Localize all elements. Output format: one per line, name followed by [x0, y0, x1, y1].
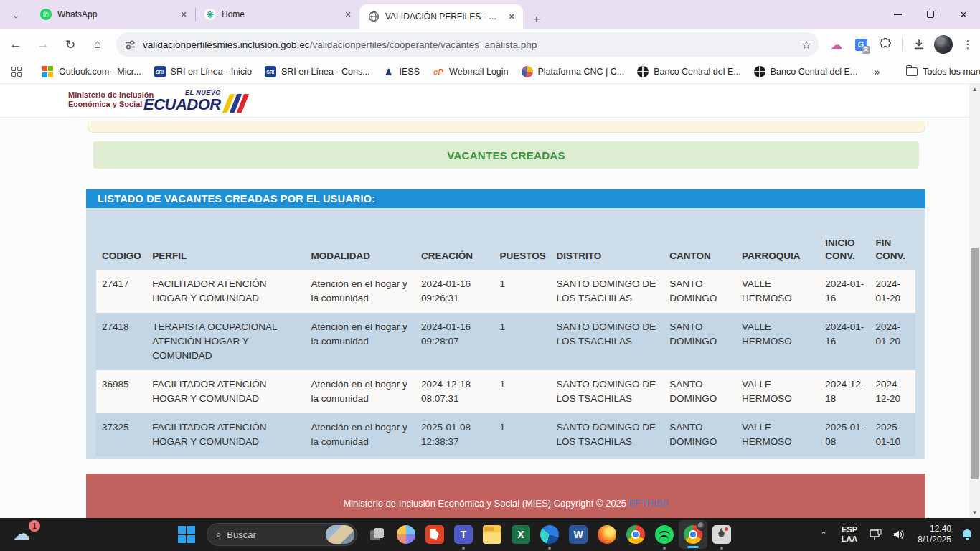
table-cell: Atención en el hogar y la comunidad: [306, 313, 415, 370]
volume-icon[interactable]: [892, 529, 905, 540]
table-cell: 27417: [96, 270, 146, 313]
url-text[interactable]: validacionperfilesmies.inclusion.gob.ec/…: [143, 39, 796, 50]
language-line1: ESP: [842, 525, 858, 534]
notification-bell-icon[interactable]: [961, 529, 973, 540]
all-bookmarks-label: Todos los marcadores: [923, 67, 980, 77]
bookmark-sri-inicio[interactable]: SRISRI en Línea - Inicio: [154, 66, 252, 77]
taskbar-taskview-button[interactable]: [363, 518, 392, 551]
table-cell: 2024-01-16: [819, 270, 870, 313]
java-app-icon: [712, 525, 731, 544]
taskbar-copilot-button[interactable]: [392, 518, 420, 551]
apps-grid-icon[interactable]: [11, 67, 22, 77]
ministry-name-line2: Económica y Social: [68, 100, 154, 109]
tray-chevron-icon[interactable]: ⌃: [820, 530, 826, 540]
network-icon[interactable]: [870, 529, 882, 540]
taskbar-java-app-button[interactable]: [707, 518, 736, 551]
table-cell: TERAPISTA OCUPACIONAL ATENCIÓN HOGAR Y C…: [146, 313, 305, 370]
scroll-down-icon[interactable]: ▼: [969, 507, 980, 518]
table-cell: SANTO DOMINGO: [664, 313, 736, 370]
language-indicator[interactable]: ESP LAA: [842, 525, 858, 544]
minimize-button[interactable]: [881, 0, 914, 29]
taskbar-search[interactable]: ⌕ Buscar: [207, 523, 357, 546]
clock-date: 8/1/2025: [918, 534, 951, 545]
reload-button[interactable]: ↻: [59, 33, 82, 56]
sri-icon: SRI: [265, 66, 276, 77]
table-cell: SANTO DOMINGO DE LOS TSACHILAS: [550, 370, 664, 413]
browser-tab-strip: ⌄ ✆ WhatsApp ✕ ❋ Home ✕ VALIDACIÓN PERFI…: [0, 0, 980, 29]
close-icon[interactable]: ✕: [506, 11, 517, 22]
toolbar-divider: [902, 38, 903, 51]
taskbar-firefox-button[interactable]: [593, 518, 621, 551]
bookmark-iess[interactable]: ♟IESS: [383, 66, 420, 77]
table-cell: 2025-01-10: [870, 413, 915, 456]
page-scrollbar[interactable]: ▲ ▼: [969, 84, 980, 518]
close-window-button[interactable]: ✕: [947, 0, 980, 29]
column-header: CREACIÓN: [415, 218, 494, 270]
taskbar-chrome-button[interactable]: [621, 518, 650, 551]
restore-icon: [927, 11, 934, 18]
taskbar-start-button[interactable]: [172, 518, 201, 551]
notification-badge: 1: [29, 520, 40, 532]
scroll-up-icon[interactable]: ▲: [969, 84, 980, 95]
translate-g-icon: G: [855, 39, 867, 51]
table-cell: SANTO DOMINGO DE LOS TSACHILAS: [550, 413, 664, 456]
bookmark-sri-consultas[interactable]: SRISRI en Línea - Cons...: [265, 66, 370, 77]
tab-search-button[interactable]: ⌄: [6, 6, 26, 24]
bookmark-label: Outlook.com - Micr...: [59, 67, 141, 77]
taskbar-clock[interactable]: 12:40 8/1/2025: [918, 524, 951, 545]
taskbar-word-button[interactable]: W: [564, 518, 593, 551]
close-icon[interactable]: ✕: [178, 9, 189, 20]
chrome-menu-icon[interactable]: ⋮: [957, 34, 979, 55]
restore-button[interactable]: [914, 0, 947, 29]
bookmark-label: Plataforma CNC | C...: [538, 67, 625, 77]
bookmarks-overflow-icon[interactable]: »: [874, 66, 880, 77]
profile-avatar[interactable]: [933, 34, 954, 55]
translate-icon[interactable]: G: [850, 34, 872, 55]
bookmark-star-icon[interactable]: ☆: [801, 38, 811, 52]
table-cell: Atención en el hogar y la comunidad: [306, 413, 415, 456]
extensions-puzzle-icon[interactable]: [875, 34, 896, 55]
column-header: DISTRITO: [550, 218, 664, 270]
tab-validacion-perfiles[interactable]: VALIDACIÓN PERFILES - MIES ✕: [359, 4, 523, 29]
site-info-icon[interactable]: [125, 39, 136, 50]
close-icon[interactable]: ✕: [342, 9, 354, 20]
all-bookmarks-button[interactable]: Todos los marcadores: [903, 67, 980, 77]
taskbar-pdf-button[interactable]: [420, 518, 449, 551]
home-button[interactable]: ⌂: [86, 33, 109, 56]
taskbar-explorer-button[interactable]: [478, 518, 507, 551]
forward-button[interactable]: →: [32, 33, 55, 56]
clock-time: 12:40: [918, 524, 951, 534]
tab-title: Home: [222, 9, 338, 19]
bookmark-label: Banco Central del E...: [654, 67, 741, 77]
bookmark-outlook[interactable]: Outlook.com - Micr...: [42, 66, 141, 77]
bookmark-banco-central-1[interactable]: Banco Central del E...: [637, 66, 741, 77]
pdf-app-icon: [425, 525, 444, 544]
tab-whatsapp[interactable]: ✆ WhatsApp ✕: [32, 0, 195, 29]
bookmark-cnc[interactable]: Plataforma CNC | C...: [522, 66, 625, 77]
globe-icon: [754, 66, 765, 77]
address-bar[interactable]: validacionperfilesmies.inclusion.gob.ec/…: [116, 32, 819, 57]
footer-text: Ministerio de Inclusión Económica y Soci…: [343, 498, 628, 509]
taskbar-weather-widget[interactable]: ☁ 1: [11, 522, 40, 547]
bookmark-label: SRI en Línea - Cons...: [281, 67, 370, 77]
taskbar-excel-button[interactable]: X: [507, 518, 535, 551]
table-cell: SANTO DOMINGO DE LOS TSACHILAS: [550, 313, 664, 370]
tab-home[interactable]: ❋ Home ✕: [196, 0, 359, 29]
table-cell: SANTO DOMINGO: [664, 370, 736, 413]
new-tab-button[interactable]: +: [527, 10, 546, 29]
back-button[interactable]: ←: [4, 33, 27, 56]
bookmark-webmail[interactable]: cPWebmail Login: [433, 66, 508, 77]
taskbar-edge-button[interactable]: [535, 518, 564, 551]
table-row: 37325FACILITADOR ATENCIÓN HOGAR Y COMUNI…: [96, 413, 915, 456]
scrollbar-thumb[interactable]: [971, 248, 979, 479]
bookmark-banco-central-2[interactable]: Banco Central del E...: [754, 66, 858, 77]
extension-cloud-icon[interactable]: ☁: [826, 34, 847, 55]
table-cell: 2024-12-18 08:07:31: [415, 370, 494, 413]
downloads-icon[interactable]: [908, 34, 930, 55]
taskbar-chrome-active-button[interactable]: [679, 520, 707, 549]
column-header: CODIGO: [96, 218, 146, 270]
footer-efthiss-link[interactable]: EFTHISS: [629, 498, 669, 509]
taskbar-teams-button[interactable]: T: [449, 518, 478, 551]
taskbar-spotify-button[interactable]: [650, 518, 679, 551]
ecuador-stripes-icon: [224, 94, 245, 113]
